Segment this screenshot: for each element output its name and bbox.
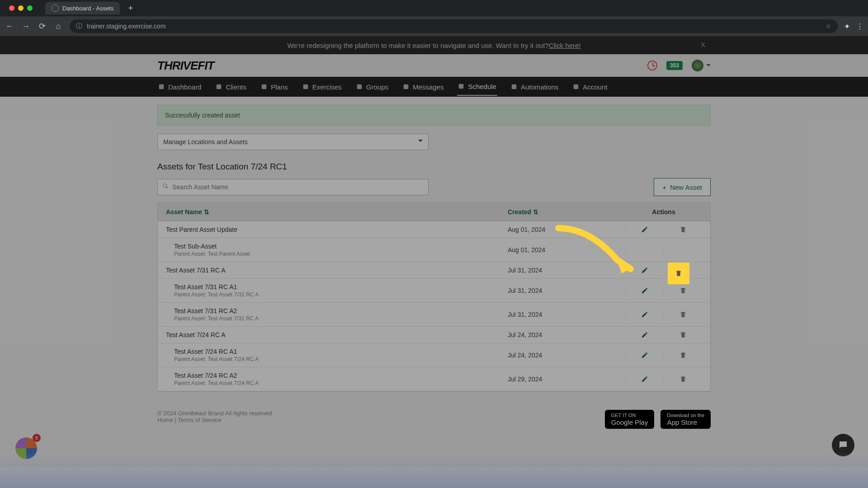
nav-item-automations[interactable]: Automations [510,79,559,95]
table-row: Test Asset 7/24 RC AJul 24, 2024 [158,327,710,343]
asset-name: Test Parent Asset Update [166,226,508,233]
svg-rect-8 [574,84,579,89]
redesign-banner: We're redesigning the platform to make i… [0,36,868,54]
edit-icon[interactable] [641,311,648,318]
minimize-window-icon[interactable] [18,5,24,11]
table-row: Test Sub-AssetParent Asset: Test Parent … [158,238,710,262]
footer-copyright: © 2024 Omnibeast Brand All rights reserv… [157,410,272,417]
nav-item-clients[interactable]: Clients [215,79,247,95]
col-created[interactable]: Created ⇅ [508,208,625,216]
nav-item-plans[interactable]: Plans [260,79,289,95]
edit-icon[interactable] [641,352,648,359]
table-row: Test Asset 7/31 RC A1Parent Asset: Test … [158,279,710,303]
trash-icon[interactable] [679,331,687,338]
clock-icon[interactable] [647,61,657,70]
svg-rect-5 [404,84,409,89]
asset-name: Test Asset 7/31 RC A1 [174,283,508,291]
manage-locations-dropdown[interactable]: Manage Locations and Assets [157,134,429,150]
table-header: Asset Name ⇅ Created ⇅ Actions [158,203,710,221]
parent-asset-label: Parent Asset: Test Asset 7/24 RC A [174,356,508,362]
nav-item-messages[interactable]: Messages [402,79,444,95]
app-viewport: We're redesigning the platform to make i… [0,36,868,488]
nav-item-schedule[interactable]: Schedule [457,78,497,96]
trash-icon[interactable] [679,311,687,318]
search-icon [162,183,169,191]
trash-icon[interactable] [675,270,682,277]
nav-label: Plans [271,83,288,91]
highlight-delete-icon [669,264,688,283]
nav-icon [403,84,409,90]
app-store-button[interactable]: Download on the App Store [660,410,711,429]
nav-item-dashboard[interactable]: Dashboard [157,79,202,95]
nav-icon [356,84,363,90]
google-play-button[interactable]: GET IT ON Google Play [605,410,655,429]
user-menu[interactable] [692,60,711,71]
page-title: Assets for Test Location 7/24 RC1 [157,162,711,172]
nav-label: Automations [521,83,558,91]
asset-name: Test Sub-Asset [174,243,508,250]
new-asset-button[interactable]: + New Asset [654,178,711,196]
nav-item-exercises[interactable]: Exercises [302,79,343,95]
new-tab-button[interactable]: + [128,4,133,13]
nav-label: Dashboard [168,83,201,91]
close-window-icon[interactable] [9,5,14,11]
assets-table: Asset Name ⇅ Created ⇅ Actions Test Pare… [157,202,711,392]
trash-icon[interactable] [679,287,687,294]
parent-asset-label: Parent Asset: Test Asset 7/31 RC A [174,291,508,298]
feedback-count-badge: 8 [33,434,41,442]
svg-rect-2 [262,84,267,89]
forward-button[interactable]: → [21,22,31,31]
nav-icon [302,84,309,90]
nav-label: Messages [413,83,443,91]
banner-link[interactable]: Click here! [549,42,581,49]
plus-icon: + [662,183,666,191]
asset-name: Test Asset 7/24 RC A2 [174,372,508,379]
asset-name: Test Asset 7/24 RC A [166,331,508,338]
sort-icon: ⇅ [533,208,538,216]
edit-icon[interactable] [641,331,648,338]
edit-icon[interactable] [641,375,648,383]
menu-icon[interactable]: ⋮ [856,22,863,31]
nav-label: Account [583,83,607,91]
nav-icon [458,83,464,89]
reload-button[interactable]: ⟳ [37,21,47,31]
dropdown-label: Manage Locations and Assets [163,138,248,145]
main-nav: DashboardClientsPlansExercisesGroupsMess… [0,77,868,97]
trash-icon[interactable] [679,375,687,383]
browser-tab[interactable]: Dashboard - Assets [45,2,120,14]
back-button[interactable]: ← [5,22,14,31]
table-row: Test Asset 7/31 RC AJul 31, 2024 [158,262,710,279]
edit-icon[interactable] [641,287,648,294]
nav-item-groups[interactable]: Groups [355,79,389,95]
new-asset-label: New Asset [670,183,702,191]
trash-icon[interactable] [679,226,687,233]
maximize-window-icon[interactable] [27,5,33,11]
banner-close-button[interactable]: X [701,41,705,48]
footer: © 2024 Omnibeast Brand All rights reserv… [157,410,711,429]
address-bar[interactable]: ⓘ trainer.staging.exercise.com ☆ [70,19,838,33]
footer-links[interactable]: Home | Terms of Service [157,417,272,423]
site-info-icon[interactable]: ⓘ [76,22,82,30]
search-field[interactable] [172,183,424,191]
search-input[interactable] [157,179,429,195]
created-date: Aug 01, 2024 [508,226,625,233]
notification-badge[interactable]: 353 [666,61,683,70]
home-button[interactable]: ⌂ [53,22,63,31]
edit-icon[interactable] [641,226,648,233]
asset-name: Test Asset 7/24 RC A1 [174,348,508,355]
created-date: Aug 01, 2024 [508,246,625,253]
parent-asset-label: Parent Asset: Test Asset 7/24 RC A [174,380,508,386]
nav-icon [511,84,517,90]
window-controls[interactable] [4,5,38,11]
col-actions: Actions [625,208,702,216]
svg-rect-1 [217,84,222,89]
edit-icon[interactable] [641,267,648,274]
col-asset-name[interactable]: Asset Name ⇅ [166,208,508,216]
nav-item-account[interactable]: Account [572,79,608,95]
brand-logo[interactable]: THRIVEFIT [157,59,214,73]
trash-icon[interactable] [679,352,687,359]
extensions-icon[interactable]: ✦ [844,22,850,31]
star-icon[interactable]: ☆ [826,23,831,30]
nav-icon [573,84,579,90]
banner-text: We're redesigning the platform to make i… [287,42,548,49]
